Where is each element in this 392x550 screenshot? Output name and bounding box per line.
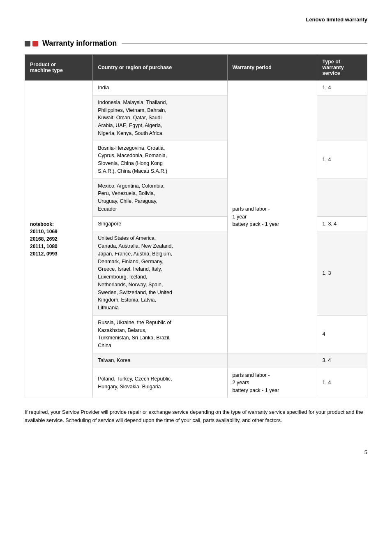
warranty-period-cell: parts and labor -1 yearbattery pack - 1 … (227, 81, 317, 353)
type-cell (317, 179, 367, 216)
section-title: Warranty information (42, 39, 117, 48)
section-title-container: Warranty information (25, 39, 367, 48)
col-header-type: Type ofwarrantyservice (317, 55, 367, 81)
country-cell: Taiwan, Korea (93, 353, 227, 368)
type-cell: 1, 4 (317, 81, 367, 95)
warranty-period-cell (227, 353, 317, 368)
type-cell (317, 95, 367, 141)
type-cell: 1, 4 (317, 368, 367, 398)
type-cell: 3, 4 (317, 353, 367, 368)
country-cell: Mexico, Argentina, Colombia,Peru, Venezu… (93, 179, 227, 216)
col-header-product: Product ormachine type (25, 55, 93, 81)
page-number: 5 (25, 449, 367, 455)
footer-text: If required, your Service Provider will … (25, 408, 367, 425)
country-cell: United States of America,Canada, Austral… (93, 231, 227, 316)
warranty-table: Product ormachine type Country or region… (25, 54, 367, 398)
type-cell: 1, 4 (317, 141, 367, 179)
page-number-value: 5 (364, 449, 367, 455)
footer-paragraph: If required, your Service Provider will … (25, 409, 363, 423)
col-header-country: Country or region of purchase (93, 55, 227, 81)
header-title: Lenovo limited warranty (306, 16, 367, 23)
country-cell: Indonesia, Malaysia, Thailand,Philippine… (93, 95, 227, 141)
section-icons (25, 41, 38, 46)
country-cell: Poland, Turkey, Czech Republic,Hungary, … (93, 368, 227, 398)
table-row: notebook:20110, 106920168, 269220111, 10… (25, 81, 367, 95)
country-cell: India (93, 81, 227, 95)
col-header-warranty: Warranty period (227, 55, 317, 81)
icon-dot-red (32, 41, 38, 46)
section-rule (122, 43, 367, 44)
country-cell: Russia, Ukraine, the Republic ofKazakhst… (93, 315, 227, 353)
warranty-period-cell: parts and labor -2 yearsbattery pack - 1… (227, 368, 317, 398)
icon-dot-dark (25, 41, 30, 46)
country-cell: Singapore (93, 216, 227, 231)
type-cell: 1, 3, 4 (317, 216, 367, 231)
type-cell: 4 (317, 315, 367, 353)
page-header: Lenovo limited warranty (25, 16, 367, 23)
product-cell: notebook:20110, 106920168, 269220111, 10… (25, 81, 93, 398)
country-cell: Bosnia-Herzegovina, Croatia,Cyprus, Mace… (93, 141, 227, 179)
type-cell: 1, 3 (317, 231, 367, 316)
